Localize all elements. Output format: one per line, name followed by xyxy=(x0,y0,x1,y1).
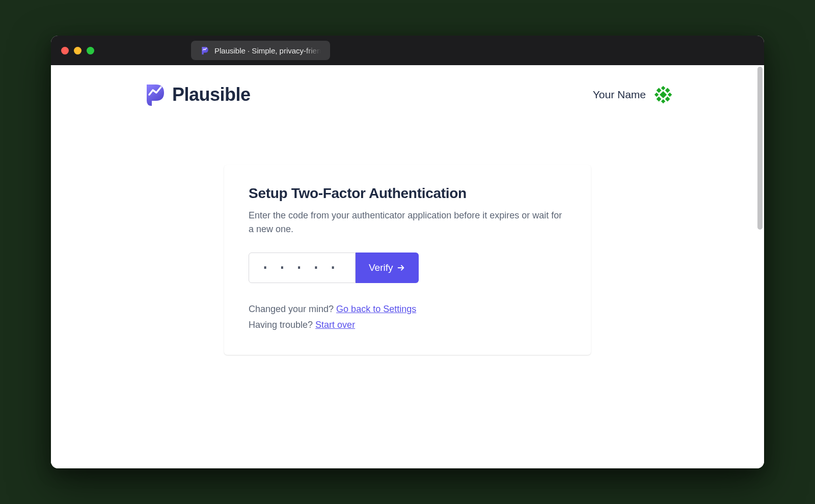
two-factor-setup-card: Setup Two-Factor Authentication Enter th… xyxy=(224,165,591,355)
help-line-trouble: Having trouble? Start over xyxy=(249,317,566,333)
changed-mind-prefix: Changed your mind? xyxy=(249,304,336,314)
page-content: Plausible Your Name xyxy=(51,65,764,468)
start-over-link[interactable]: Start over xyxy=(315,320,355,330)
browser-tab[interactable]: Plausible · Simple, privacy-frien xyxy=(191,41,330,60)
page-header: Plausible Your Name xyxy=(51,65,764,124)
plausible-logo-icon xyxy=(143,82,167,107)
window-close-button[interactable] xyxy=(61,47,69,54)
browser-chrome: Plausible · Simple, privacy-frien xyxy=(51,36,764,65)
card-subtitle: Enter the code from your authenticator a… xyxy=(249,209,566,236)
verify-form: Verify xyxy=(249,253,566,283)
code-input[interactable] xyxy=(249,253,356,283)
browser-window: Plausible · Simple, privacy-frien Plau xyxy=(51,36,764,468)
tab-title: Plausible · Simple, privacy-frien xyxy=(214,46,321,55)
avatar-icon xyxy=(654,86,672,104)
plausible-favicon-icon xyxy=(200,46,209,55)
window-controls xyxy=(61,47,94,54)
verify-button[interactable]: Verify xyxy=(356,253,419,283)
go-back-to-settings-link[interactable]: Go back to Settings xyxy=(336,304,416,314)
user-menu[interactable]: Your Name xyxy=(593,86,672,104)
window-maximize-button[interactable] xyxy=(87,47,94,54)
having-trouble-prefix: Having trouble? xyxy=(249,320,315,330)
brand-name: Plausible xyxy=(172,84,251,105)
arrow-right-icon xyxy=(396,263,405,272)
help-line-changed-mind: Changed your mind? Go back to Settings xyxy=(249,301,566,317)
card-title: Setup Two-Factor Authentication xyxy=(249,185,566,202)
window-minimize-button[interactable] xyxy=(74,47,82,54)
brand-logo[interactable]: Plausible xyxy=(143,82,251,107)
verify-button-label: Verify xyxy=(369,262,393,273)
user-name-label: Your Name xyxy=(593,89,646,101)
scrollbar[interactable] xyxy=(757,67,763,230)
help-links: Changed your mind? Go back to Settings H… xyxy=(249,301,566,332)
